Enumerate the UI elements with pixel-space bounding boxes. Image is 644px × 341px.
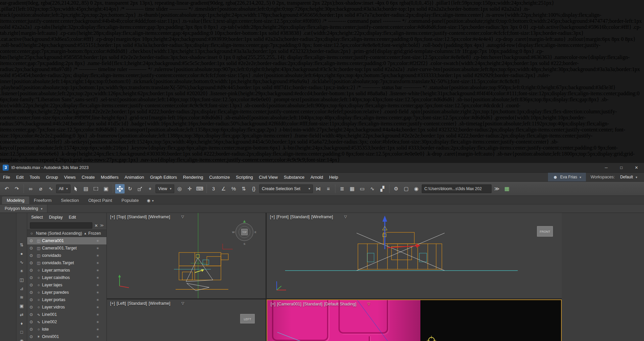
filter-geometry-icon[interactable]: ● xyxy=(19,250,25,257)
menu-tools[interactable]: Tools xyxy=(27,173,43,181)
viewport-shading-label[interactable]: [Wireframe] xyxy=(149,301,171,306)
viewport-view-label[interactable]: [Top] xyxy=(117,215,126,219)
visibility-eye-icon[interactable]: ⊙ xyxy=(27,246,35,250)
filter-materials-icon[interactable]: ◉ xyxy=(19,338,25,341)
visibility-eye-icon[interactable]: ⊙ xyxy=(27,275,35,280)
window-crossing-toggle[interactable]: ▣ xyxy=(101,184,111,193)
menu-substance[interactable]: Substance xyxy=(281,173,307,181)
frozen-toggle-icon[interactable]: ✳ xyxy=(89,298,106,302)
frozen-toggle-icon[interactable]: ✳ xyxy=(89,276,106,280)
filter-bones-icon[interactable]: ♦ xyxy=(19,320,25,326)
snaps-toggle-3d[interactable]: 3 xyxy=(209,184,218,193)
select-by-name-button[interactable]: ▤ xyxy=(81,184,91,193)
visibility-eye-icon[interactable]: ⊙ xyxy=(27,253,35,258)
visibility-eye-icon[interactable]: ⊙ xyxy=(27,268,35,273)
menu-civil-view[interactable]: Civil View xyxy=(256,173,281,181)
scene-item-line001[interactable]: ⊙∿Line001✳ xyxy=(27,311,106,318)
frozen-toggle-icon[interactable]: ✳ xyxy=(89,305,106,309)
frozen-toggle-icon[interactable]: ✳ xyxy=(89,335,106,339)
ribbon-tab-populate[interactable]: Populate xyxy=(117,196,143,204)
explorer-menu-display[interactable]: Display xyxy=(49,215,63,220)
viewcube-left[interactable]: LEFT xyxy=(240,314,255,323)
filter-spacewarps-icon[interactable]: ≋ xyxy=(19,294,25,300)
explorer-menu-select[interactable]: Select xyxy=(31,215,43,220)
menu-scripting[interactable]: Scripting xyxy=(233,173,256,181)
user-account-menu[interactable]: ☻ Eva Frias ▾ xyxy=(548,173,586,181)
curve-editor-button[interactable]: ∿ xyxy=(368,184,377,193)
spinner-snap-toggle[interactable]: ⇅ xyxy=(239,184,248,193)
minimize-button[interactable]: ─ xyxy=(599,163,614,172)
filter-xrefs-icon[interactable]: ⇄ xyxy=(19,311,25,318)
ribbon-tab-selection[interactable]: Selection xyxy=(56,196,84,204)
select-and-manipulate-button[interactable]: ✛ xyxy=(185,184,194,193)
scene-item-layer-paredes[interactable]: ⊙○Layer:paredes✳ xyxy=(27,289,106,296)
select-and-scale-button[interactable] xyxy=(135,184,145,193)
scene-search-input[interactable] xyxy=(30,222,92,229)
frozen-toggle-icon[interactable]: ✳ xyxy=(89,261,106,265)
frozen-column-header[interactable]: Frozen xyxy=(88,231,106,236)
schematic-view-button[interactable]: ▞ xyxy=(378,184,387,193)
scene-item-convidado[interactable]: ⊙◫convidado✳ xyxy=(27,252,106,259)
undo-button[interactable]: ↶ xyxy=(2,184,11,193)
select-and-place-button[interactable]: ⌖ xyxy=(145,184,155,193)
ribbon-tab-object-paint[interactable]: Object Paint xyxy=(84,196,117,204)
menu-modifiers[interactable]: Modifiers xyxy=(98,173,122,181)
project-folder-path-field[interactable]: C:\Users\bloom...s\3ds Max 202 xyxy=(422,184,492,193)
frozen-toggle-icon[interactable]: ✳ xyxy=(89,313,106,317)
viewport-shading-label[interactable]: [Wireframe] xyxy=(148,215,170,219)
viewport-filter-icon[interactable]: ▽ xyxy=(344,215,347,219)
menu-help[interactable]: Help xyxy=(326,173,341,181)
viewport-standard-label[interactable]: [Standard] xyxy=(290,215,310,219)
maximize-button[interactable]: □ xyxy=(614,163,629,172)
select-and-rotate-button[interactable]: ↻ xyxy=(125,184,135,193)
sort-hierarchy-icon[interactable]: ⇅ xyxy=(19,242,25,248)
named-selection-set-dropdown[interactable]: Create Selection Set ▾ xyxy=(259,184,313,193)
scene-item-layer-vidros[interactable]: ⊙○Layer:vidros✳ xyxy=(27,303,106,311)
scene-item-layer-lajes[interactable]: ⊙○Layer:lajes✳ xyxy=(27,281,106,289)
toggle-scene-explorer-button[interactable]: ▦ xyxy=(348,184,357,193)
viewport-standard-label[interactable]: [Standard] xyxy=(127,215,147,219)
viewport-filter-icon[interactable]: ▽ xyxy=(181,301,184,306)
render-production-button[interactable]: ◉ xyxy=(412,184,421,193)
menu-views[interactable]: Views xyxy=(61,173,79,181)
use-pivot-point-center-button[interactable]: ◎ xyxy=(175,184,184,193)
viewport-shading-label[interactable]: [Default Shading] xyxy=(324,302,356,306)
menu-group[interactable]: Group xyxy=(43,173,61,181)
menu-create[interactable]: Create xyxy=(79,173,98,181)
scene-item-omni001[interactable]: ⊙☀Omni001✳ xyxy=(27,333,106,340)
viewport-standard-label[interactable]: [Standard] xyxy=(128,301,147,306)
viewport-top[interactable]: [+] [Top] [Standard] [Wireframe] ▽ xyxy=(107,213,266,298)
ribbon-tab-modeling[interactable]: Modeling xyxy=(2,196,29,204)
viewport-view-label[interactable]: [Camera001] xyxy=(277,302,301,306)
filter-cameras-icon[interactable]: ◫ xyxy=(19,277,25,283)
scene-item-camera001[interactable]: ⊙◫Camera001✳ xyxy=(27,237,106,244)
explorer-menu-edit[interactable]: Edit xyxy=(69,215,76,220)
frozen-toggle-icon[interactable]: ✳ xyxy=(89,320,106,324)
keyboard-shortcut-override-toggle[interactable]: ⌨ xyxy=(195,184,204,193)
edit-named-selection-sets-button[interactable]: {} xyxy=(249,184,259,193)
visibility-eye-icon[interactable]: ⊙ xyxy=(27,238,35,243)
unlink-selection-icon[interactable]: ⌀ xyxy=(36,184,45,193)
scene-item-layer-armarios[interactable]: ⊙○Layer:armarios✳ xyxy=(27,267,106,274)
visibility-eye-icon[interactable]: ⊙ xyxy=(27,261,35,265)
explorer-overflow-chevron[interactable]: ≫ xyxy=(100,223,104,228)
mirror-button[interactable]: ⋈ xyxy=(314,184,323,193)
filter-containers-icon[interactable]: □ xyxy=(19,329,25,335)
reference-coordinate-dropdown[interactable]: View ▾ xyxy=(155,184,174,193)
polygon-modeling-panel-tab[interactable]: Polygon Modeling ▾ xyxy=(0,205,47,213)
filter-groups-icon[interactable]: ▣ xyxy=(19,303,25,309)
menu-edit[interactable]: Edit xyxy=(13,173,27,181)
filter-helpers-icon[interactable]: ⊿ xyxy=(19,285,25,291)
filter-shapes-icon[interactable]: ∿ xyxy=(19,259,25,265)
viewport-front[interactable]: [+] [Front] [Standard] [Wireframe] ▽ xyxy=(267,213,562,298)
toggle-ribbon-button[interactable]: ▭ xyxy=(358,184,367,193)
select-and-link-icon[interactable]: ∞ xyxy=(26,184,35,193)
header-type-icon[interactable]: ○ xyxy=(27,231,36,236)
percent-snap-toggle[interactable]: % xyxy=(229,184,238,193)
frozen-toggle-icon[interactable]: ✳ xyxy=(89,246,106,250)
scene-security-icon[interactable]: ▦ xyxy=(502,184,512,193)
select-object-button[interactable] xyxy=(71,184,81,193)
frozen-toggle-icon[interactable]: ✳ xyxy=(89,328,106,331)
frozen-toggle-icon[interactable]: ✳ xyxy=(89,269,106,272)
frozen-toggle-icon[interactable]: ✳ xyxy=(89,283,106,287)
